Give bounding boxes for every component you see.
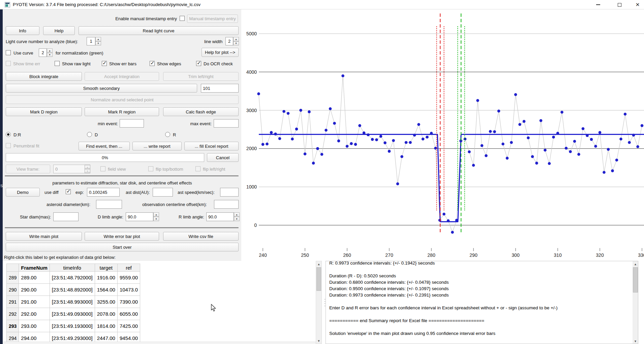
normalization-curve-spinner[interactable]: ▲▼ — [47, 48, 53, 57]
observation-offset-input[interactable] — [214, 200, 239, 209]
grid-cell[interactable]: 10473.0 — [117, 284, 140, 296]
d-limb-angle-spinner[interactable]: ▲▼ — [153, 212, 159, 221]
light-curve-number-input[interactable]: 1 — [87, 37, 95, 45]
exp-input[interactable]: 0.100245 — [87, 188, 120, 197]
grid-row-header[interactable]: 291 — [7, 296, 19, 308]
grid-cell[interactable]: 292.00 — [19, 308, 50, 320]
dr-radio[interactable] — [6, 132, 11, 137]
grid-cell[interactable]: 289.00 — [19, 272, 50, 284]
max-event-input[interactable] — [214, 119, 239, 128]
maximize-button[interactable] — [611, 0, 628, 9]
spin-up-icon[interactable]: ▲ — [234, 212, 240, 217]
grid-cell[interactable]: 291.00 — [19, 296, 50, 308]
r-limb-angle-input[interactable]: 90.0 — [206, 212, 234, 221]
read-light-curve-button[interactable]: Read light curve — [79, 26, 239, 35]
grid-row-header[interactable]: 290 — [7, 284, 19, 296]
report-scrollbar-thumb[interactable] — [633, 267, 638, 293]
r-radio[interactable] — [165, 132, 170, 137]
write-csv-file-button[interactable]: Write csv file — [163, 232, 239, 241]
d-limb-angle-input[interactable]: 90.0 — [126, 212, 153, 221]
scroll-up-icon[interactable]: ▲ — [633, 261, 638, 267]
spin-up-icon[interactable]: ▲ — [95, 37, 101, 41]
field-view-checkbox[interactable] — [100, 166, 105, 171]
min-event-input[interactable] — [120, 119, 144, 128]
grid-cell[interactable]: 1814.00 — [95, 320, 117, 332]
grid-cell[interactable]: 7425.00 — [117, 320, 140, 332]
view-frame-button[interactable]: View frame: — [6, 165, 50, 173]
do-ocr-check-checkbox[interactable] — [196, 61, 201, 66]
star-diam-input[interactable] — [53, 212, 79, 221]
asteroid-diameter-input[interactable] — [96, 200, 122, 209]
view-frame-spinner[interactable]: ▲▼ — [85, 165, 90, 173]
grid-column-header[interactable]: ref — [117, 264, 140, 272]
smooth-value-input[interactable]: 101 — [201, 84, 239, 93]
table-scrollbar[interactable]: ▲ ▼ — [316, 261, 322, 344]
mark-d-region-button[interactable]: Mark D region — [6, 107, 82, 116]
write-report-button[interactable]: ... write report — [132, 142, 182, 150]
scroll-down-icon[interactable]: ▼ — [316, 338, 321, 344]
grid-cell[interactable]: 9559.00 — [117, 272, 140, 284]
trim-left-right-button[interactable]: Trim left/right — [163, 72, 239, 81]
line-width-spinner[interactable]: ▲▼ — [233, 37, 239, 45]
fill-excel-report-button[interactable]: ... fill Excel report — [184, 142, 239, 150]
minimize-button[interactable] — [590, 0, 607, 9]
spin-down-icon[interactable]: ▼ — [95, 41, 101, 46]
grid-cell[interactable]: [23:51:49.093000] — [50, 308, 95, 320]
light-curve-number-spinner[interactable]: ▲▼ — [95, 37, 101, 45]
table-row[interactable]: 293293.00[23:51:49.193000]1814.007425.00 — [7, 320, 140, 332]
use-curve-checkbox[interactable] — [6, 50, 11, 55]
grid-cell[interactable]: 2078.00 — [95, 308, 117, 320]
grid-cell[interactable]: [23:51:49.193000] — [50, 320, 95, 332]
spin-up-icon[interactable]: ▲ — [85, 165, 90, 169]
grid-hint-label[interactable]: Right-click this label to get explanatio… — [4, 255, 116, 260]
scroll-down-icon[interactable]: ▼ — [633, 338, 638, 344]
grid-cell[interactable]: [23:51:48.792000] — [50, 272, 95, 284]
grid-row-header[interactable]: 289 — [7, 272, 19, 284]
demo-button[interactable]: Demo — [6, 188, 40, 197]
normalization-curve-input[interactable]: 2 — [39, 48, 47, 57]
spin-down-icon[interactable]: ▼ — [85, 169, 90, 173]
grid-cell[interactable]: [23:51:48.892000] — [50, 284, 95, 296]
help-for-plot-button[interactable]: Help for plot --> — [202, 48, 239, 57]
ast-dist-input[interactable] — [153, 188, 173, 197]
r-limb-angle-spinner[interactable]: ▲▼ — [234, 212, 240, 221]
grid-cell[interactable]: 7390.00 — [117, 296, 140, 308]
mark-r-region-button[interactable]: Mark R region — [85, 107, 159, 116]
report-scrollbar[interactable]: ▲ ▼ — [633, 261, 638, 344]
grid-column-header[interactable]: target — [95, 264, 117, 272]
cancel-button[interactable]: Cancel — [207, 153, 239, 162]
table-scrollbar-thumb[interactable] — [316, 267, 321, 291]
spin-up-icon[interactable]: ▲ — [233, 37, 239, 41]
table-row[interactable]: 292292.00[23:51:49.093000]2078.006055.00 — [7, 308, 140, 320]
flip-top-bottom-checkbox[interactable] — [148, 166, 153, 171]
grid-cell[interactable]: 1564.00 — [95, 284, 117, 296]
start-over-button[interactable]: Start over — [6, 243, 239, 251]
find-event-button[interactable]: Find event, then ... — [79, 142, 130, 150]
smooth-secondary-button[interactable]: Smooth secondary — [6, 84, 197, 93]
spin-down-icon[interactable]: ▼ — [234, 217, 240, 221]
table-row[interactable]: 289289.00[23:51:48.792000]1916.009559.00 — [7, 272, 140, 284]
grid-cell[interactable]: 6055.00 — [117, 308, 140, 320]
table-row[interactable]: 290290.00[23:51:48.892000]1564.0010473.0 — [7, 284, 140, 296]
show-time-err-checkbox[interactable] — [6, 61, 11, 66]
grid-row-header[interactable]: 292 — [7, 308, 19, 320]
normalize-button[interactable]: Normalize around selected point — [6, 95, 239, 104]
grid-column-header[interactable]: timeInfo — [50, 264, 95, 272]
grid-column-header[interactable]: FrameNum — [19, 264, 50, 272]
light-curve-plot[interactable]: 0100020003000400050002402502602702802903… — [241, 9, 644, 261]
line-width-input[interactable]: 2 — [225, 37, 233, 45]
grid-cell[interactable]: 1916.00 — [95, 272, 117, 284]
d-radio[interactable] — [87, 132, 92, 137]
spin-down-icon[interactable]: ▼ — [233, 41, 239, 46]
report-pane[interactable]: R: 0.9973 confidence intervals: {+/- 0.1… — [326, 261, 638, 344]
write-main-plot-button[interactable]: Write main plot — [6, 232, 82, 241]
flip-left-right-checkbox[interactable] — [195, 166, 201, 171]
help-button[interactable]: Help — [43, 26, 75, 35]
scroll-up-icon[interactable]: ▲ — [316, 261, 321, 267]
spin-up-icon[interactable]: ▲ — [47, 48, 53, 53]
accept-integration-button[interactable]: Accept Integration — [85, 72, 159, 81]
spin-up-icon[interactable]: ▲ — [153, 212, 159, 217]
close-button[interactable]: ✕ — [631, 0, 644, 9]
spin-down-icon[interactable]: ▼ — [153, 217, 159, 221]
spin-down-icon[interactable]: ▼ — [47, 53, 53, 57]
